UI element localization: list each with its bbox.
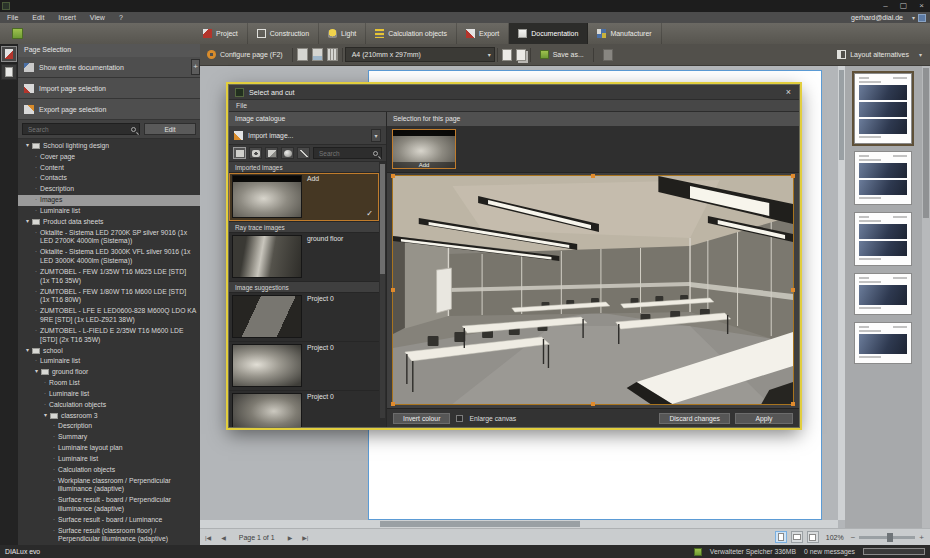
invert-colour-button[interactable]: Invert colour	[393, 413, 450, 424]
paper-size-dropdown[interactable]: A4 (210mm x 297mm) ▾	[345, 47, 495, 62]
save-as-button[interactable]: Save as...	[533, 44, 591, 65]
expand-panel-button[interactable]: +	[191, 59, 200, 75]
folder-icon-button[interactable]	[233, 147, 246, 159]
tree-item-content[interactable]: ·Content	[18, 163, 200, 174]
previous-page-button[interactable]: ◀	[216, 534, 231, 541]
tree-item-school-lighting-design[interactable]: ▾School lighting design	[18, 141, 200, 152]
tools-icon-button[interactable]	[297, 147, 310, 159]
view-single-page-button[interactable]	[297, 48, 308, 61]
tab-manufacturer[interactable]: Manufacturer	[588, 23, 661, 44]
menu-view[interactable]: View	[83, 14, 112, 21]
tree-item-luminaire-list[interactable]: ·Luminaire list	[18, 206, 200, 217]
tree-item-zumtobel-few-1-35w-t16-m625-lde-std-1x-t16-35w[interactable]: ·ZUMTOBEL - FEW 1/35W T16 M625 LDE [STD]…	[18, 267, 200, 287]
minimize-button[interactable]: –	[883, 1, 887, 11]
enlarge-canvas-checkbox[interactable]	[456, 415, 463, 422]
menu-file[interactable]: File	[0, 14, 25, 21]
dialog-menu-file[interactable]: File	[229, 102, 254, 109]
crop-handle[interactable]	[391, 402, 395, 406]
tree-item-oktalite-sistema-led-3000k-vfl-silver-9016-1x-led-3000k-4000lm-sistema[interactable]: ·Oktalite - Sistema LED 3000K VFL silver…	[18, 247, 200, 267]
discard-changes-button[interactable]: Discard changes	[659, 413, 730, 424]
dialog-close-button[interactable]: ×	[784, 86, 793, 98]
catalogue-item-project-0[interactable]: Project 0	[229, 342, 379, 391]
close-button[interactable]: ×	[919, 1, 924, 11]
tree-item-workplane-classroom-perpendicular-illuminance-adaptive[interactable]: ·Workplane classroom / Perpendicular ill…	[18, 476, 200, 496]
tree-item-description[interactable]: ·Description	[18, 421, 200, 432]
user-account[interactable]: gerhard@dial.de ▾	[851, 14, 930, 22]
zoom-slider[interactable]	[859, 536, 915, 539]
layout-page-thumbnail-2[interactable]	[854, 151, 912, 205]
tab-calculation-objects[interactable]: Calculation objects	[366, 23, 457, 44]
edit-button[interactable]: Edit	[144, 123, 196, 135]
layout-page-thumbnail-4[interactable]	[854, 273, 912, 315]
tree-item-summary[interactable]: ·Summary	[18, 432, 200, 443]
duplicate-page-button[interactable]	[516, 49, 526, 61]
crop-handle[interactable]	[791, 288, 795, 292]
tab-export[interactable]: Export	[457, 23, 509, 44]
layout-page-thumbnail-5[interactable]	[854, 322, 912, 364]
catalogue-item-project-0[interactable]: Project 0	[229, 391, 379, 427]
tab-documentation[interactable]: Documentation	[509, 23, 588, 44]
tree-item-luminaire-list[interactable]: ·Luminaire list	[18, 454, 200, 465]
layout-page-thumbnail-3[interactable]	[854, 212, 912, 266]
fit-width-button[interactable]	[791, 531, 803, 543]
configure-page-button[interactable]: Configure page (F2)	[200, 44, 290, 65]
catalogue-item-ground-floor[interactable]: ground floor	[229, 233, 379, 282]
apply-button[interactable]: Apply	[735, 413, 793, 424]
search-input[interactable]	[26, 125, 131, 134]
tree-item-ground-floor[interactable]: ▾ground floor	[18, 367, 200, 378]
selected-image-thumbnail[interactable]: Add	[392, 129, 456, 169]
tree-item-calculation-objects[interactable]: ·Calculation objects	[18, 400, 200, 411]
tree-item-room-list[interactable]: ·Room List	[18, 378, 200, 389]
zoom-slider-knob[interactable]	[887, 533, 893, 542]
view-grid-button[interactable]	[327, 48, 338, 61]
sphere-icon-button[interactable]	[281, 147, 294, 159]
tree-item-luminaire-list[interactable]: ·Luminaire list	[18, 389, 200, 400]
rail-table-mode-button[interactable]	[1, 64, 17, 80]
export-page-selection-button[interactable]: Export page selection	[18, 99, 200, 120]
first-page-button[interactable]: |◀	[200, 534, 216, 541]
tree-item-surface-result-board-perpendicular-illuminance-adaptive[interactable]: ·Surface result - board / Perpendicular …	[18, 495, 200, 515]
tab-construction[interactable]: Construction	[248, 23, 319, 44]
layout-page-thumbnail-1[interactable]	[854, 73, 912, 144]
crop-handle[interactable]	[591, 174, 595, 178]
import-page-selection-button[interactable]: Import page selection	[18, 78, 200, 99]
crop-handle[interactable]	[791, 174, 795, 178]
image-icon-button[interactable]	[265, 147, 278, 159]
catalogue-item-project-0[interactable]: Project 0	[229, 293, 379, 342]
last-page-button[interactable]: ▶|	[297, 534, 313, 541]
tree-item-zumtobel-lfe-e-led0600-828-m600q-ldo-ka-9re-std-1x-led-z921-38w[interactable]: ·ZUMTOBEL - LFE E LED0600-828 M600Q LDO …	[18, 306, 200, 326]
tree-item-oktalite-sistema-led-2700k-sp-silver-9016-1x-led-2700k-4000lm-sistema[interactable]: ·Oktalite - Sistema LED 2700K SP silver …	[18, 228, 200, 248]
crop-handle[interactable]	[391, 174, 395, 178]
zoom-out-button[interactable]: −	[851, 533, 856, 542]
crop-selection-frame[interactable]	[392, 175, 794, 405]
tree-item-calculation-objects[interactable]: ·Calculation objects	[18, 465, 200, 476]
fit-page-button[interactable]	[775, 531, 787, 543]
tree-item-luminaire-list[interactable]: ·Luminaire list	[18, 356, 200, 367]
actual-size-button[interactable]	[807, 531, 819, 543]
crop-handle[interactable]	[391, 288, 395, 292]
new-page-button[interactable]	[502, 49, 512, 61]
save-button[interactable]	[0, 23, 34, 44]
menu-edit[interactable]: Edit	[25, 14, 51, 21]
tab-project[interactable]: Project	[194, 23, 248, 44]
tree-item-surface-result-classroom-floor-perpendicular-illuminance-adaptive[interactable]: ·Surface result (classroom floor) / Perp…	[18, 526, 200, 545]
tree-item-cover-page[interactable]: ·Cover page	[18, 152, 200, 163]
tree-item-product-data-sheets[interactable]: ▾Product data sheets	[18, 217, 200, 228]
tab-light[interactable]: Light	[319, 23, 366, 44]
crop-handle[interactable]	[591, 402, 595, 406]
horizontal-scrollbar[interactable]	[200, 520, 838, 528]
maximize-button[interactable]: ▢	[900, 1, 908, 11]
menu-insert[interactable]: Insert	[51, 14, 83, 21]
tree-item-description[interactable]: ·Description	[18, 184, 200, 195]
import-image-button[interactable]: Import image... ▾	[229, 126, 386, 145]
chevron-down-icon[interactable]: ▾	[371, 129, 381, 142]
camera-icon-button[interactable]	[249, 147, 262, 159]
zoom-in-button[interactable]: +	[919, 533, 924, 542]
layout-alternatives-button[interactable]: Layout alternatives ▾	[829, 44, 930, 65]
tree-item-images[interactable]: ·Images	[18, 195, 200, 206]
tree-item-classroom-3[interactable]: ▾classroom 3	[18, 411, 200, 422]
menu-help[interactable]: ?	[112, 14, 130, 21]
messages-status[interactable]: 0 new messages	[804, 548, 855, 555]
next-page-button[interactable]: ▶	[283, 534, 298, 541]
tree-item-zumtobel-few-1-80w-t16-m600-lde-std-1x-t16-80w[interactable]: ·ZUMTOBEL - FEW 1/80W T16 M600 LDE [STD]…	[18, 287, 200, 307]
